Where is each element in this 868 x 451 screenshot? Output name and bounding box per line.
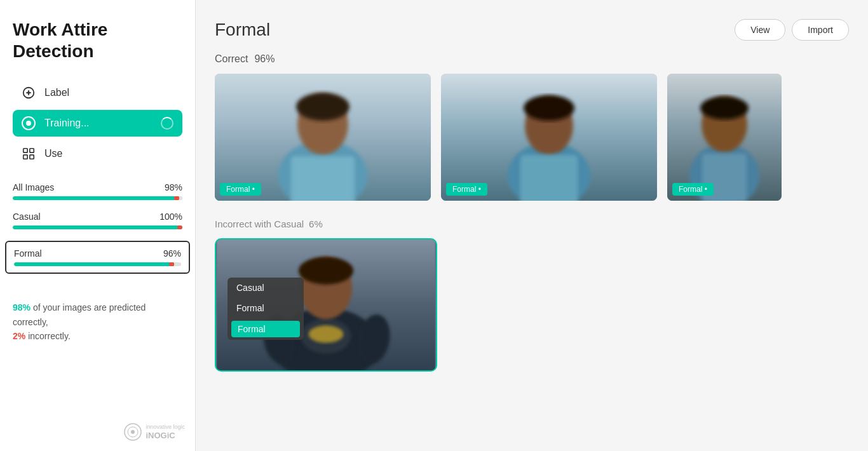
person-photo-1 [215,74,431,201]
svg-point-10 [131,430,135,434]
prediction-end: incorrectly. [28,331,71,341]
stat-all-images[interactable]: All Images 98% [13,182,182,200]
svg-point-19 [524,95,574,121]
stat-formal-value: 96% [163,248,181,259]
svg-point-14 [296,93,349,121]
stat-casual-bar [13,226,182,229]
sidebar-item-label[interactable]: Label [13,79,182,106]
person-svg-2 [441,74,657,201]
training-icon [22,116,36,130]
stat-formal[interactable]: Formal 96% [5,241,190,274]
prediction-popup[interactable]: Casual Formal Formal [227,278,304,340]
svg-point-24 [700,97,749,119]
inogic-logo-icon [124,423,142,441]
person-photo-2 [441,74,657,201]
import-button[interactable]: Import [792,19,849,41]
incorrect-image-card[interactable]: Casual Formal Formal [215,238,437,372]
stats-section: All Images 98% Casual 100% Formal 96% [13,182,182,285]
main-content: Formal View Import Correct 96% [196,0,868,451]
incorrect-section-pct: 6% [309,219,323,229]
svg-rect-4 [24,149,27,152]
incorrect-pct: 2% [13,331,25,341]
correct-image-1[interactable]: Formal • [215,74,431,201]
correct-image-3[interactable]: Formal • [667,74,782,201]
stat-formal-fill [14,262,174,266]
label-icon [22,86,36,100]
sidebar-item-use[interactable]: Use [13,140,182,167]
stat-casual[interactable]: Casual 100% [13,212,182,229]
image-tag-1: Formal • [220,183,261,196]
stat-all-bar [13,196,182,200]
correct-images-row: Formal • [215,74,849,201]
training-spinner [161,117,173,130]
svg-rect-5 [30,149,34,152]
use-nav-text: Use [44,148,62,159]
incorrect-section-label: Incorrect with Casual 6% [215,219,849,229]
popup-formal-selected[interactable]: Formal [231,321,300,337]
svg-rect-6 [24,155,27,159]
view-button[interactable]: View [735,19,785,41]
stat-all-label: All Images [13,182,54,192]
use-icon [22,147,36,161]
svg-rect-15 [291,156,355,201]
inogic-brand: iNOGiC [146,431,185,441]
correct-pct: 98% [13,302,31,313]
stat-all-fill [13,196,179,200]
correct-section-pct: 96% [254,53,275,65]
stat-formal-label: Formal [14,248,42,259]
label-nav-text: Label [44,87,69,98]
svg-rect-20 [520,155,578,201]
stat-casual-label: Casual [13,212,41,222]
stat-casual-fill [13,226,182,229]
prediction-text: 98% of your images are predicted correct… [13,300,182,343]
person-svg-3 [667,74,782,201]
header-buttons: View Import [735,19,849,41]
main-header: Formal View Import [215,19,849,41]
image-tag-2: Formal • [446,183,487,196]
correct-image-2[interactable]: Formal • [441,74,657,201]
sidebar-item-training[interactable]: Training... [13,110,182,137]
correct-label: Correct [215,53,248,65]
stat-casual-value: 100% [159,212,182,222]
person-svg-1 [215,74,431,201]
incorrect-section: Incorrect with Casual 6% [215,219,849,372]
svg-point-29 [309,325,344,342]
svg-rect-7 [30,155,34,159]
inogic-logo: innovative logic iNOGiC [124,423,185,441]
svg-point-31 [299,257,353,284]
stat-formal-bar [14,262,181,266]
popup-formal-option[interactable]: Formal [227,298,304,318]
prediction-middle: of your images are predicted correctly, [13,302,146,326]
image-tag-3: Formal • [672,183,714,196]
correct-section-label: Correct 96% [215,53,849,65]
inogic-tagline: innovative logic [146,424,185,431]
training-nav-text: Training... [44,118,152,129]
person-photo-3 [667,74,782,201]
sidebar: Work Attire Detection Label Training... … [0,0,196,451]
popup-casual[interactable]: Casual [227,278,304,298]
page-title: Formal [215,20,270,40]
svg-point-3 [27,91,31,95]
app-title: Work Attire Detection [13,19,182,62]
incorrect-label-text: Incorrect with Casual [215,219,304,229]
stat-all-value: 98% [165,182,182,192]
